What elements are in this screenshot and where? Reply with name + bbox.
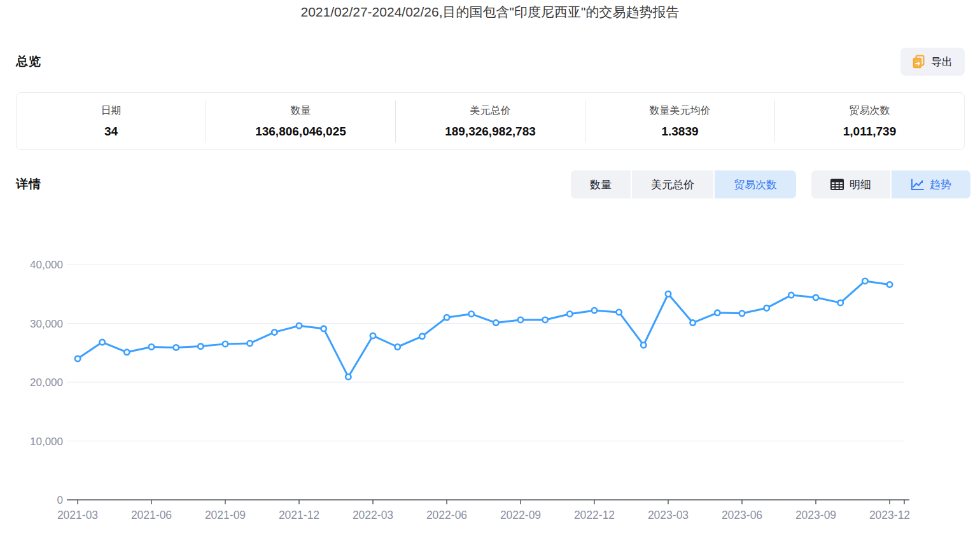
- overview-stats-card: 日期 34 数量 136,806,046,025 美元总价 189,326,98…: [16, 92, 965, 150]
- stat-label: 美元总价: [470, 104, 511, 118]
- svg-text:2021-09: 2021-09: [205, 509, 246, 521]
- svg-text:2022-09: 2022-09: [500, 509, 541, 521]
- svg-text:30,000: 30,000: [30, 318, 63, 330]
- stat-item-trade-count: 贸易次数 1,011,739: [774, 100, 964, 142]
- stat-value: 136,806,046,025: [255, 125, 346, 139]
- tab-detail-view[interactable]: 明细: [811, 170, 890, 198]
- tab-quantity[interactable]: 数量: [571, 170, 631, 198]
- tab-label: 明细: [850, 177, 871, 192]
- tab-label: 贸易次数: [734, 177, 777, 192]
- svg-text:2023-09: 2023-09: [795, 509, 836, 521]
- details-controls: 数量 美元总价 贸易次数: [571, 170, 970, 198]
- metric-tab-group: 数量 美元总价 贸易次数: [571, 170, 796, 198]
- svg-text:2021-03: 2021-03: [57, 509, 98, 521]
- stat-value: 189,326,982,783: [445, 125, 536, 139]
- details-header: 详情 数量 美元总价 贸易次数: [16, 170, 965, 198]
- table-icon: [830, 179, 844, 190]
- tab-label: 数量: [590, 177, 612, 192]
- export-button[interactable]: 导出: [900, 48, 965, 76]
- view-tab-group: 明细 趋势: [811, 170, 970, 198]
- stat-item-date: 日期 34: [17, 100, 206, 142]
- trend-chart-svg: 010,00020,00030,00040,0002021-032021-062…: [0, 0, 980, 538]
- svg-text:40,000: 40,000: [30, 259, 63, 271]
- stat-item-avg-price: 数量美元均价 1.3839: [585, 100, 774, 142]
- stat-item-quantity: 数量 136,806,046,025: [206, 100, 395, 142]
- tab-label: 趋势: [930, 177, 951, 192]
- tab-trade-count[interactable]: 贸易次数: [715, 170, 796, 198]
- stat-label: 贸易次数: [850, 104, 890, 118]
- svg-text:2022-03: 2022-03: [353, 509, 393, 521]
- page-title: 2021/02/27-2024/02/26,目的国包含"印度尼西亚"的交易趋势报…: [0, 3, 980, 21]
- export-document-icon: [913, 55, 925, 69]
- svg-text:10,000: 10,000: [30, 436, 63, 448]
- svg-text:2021-12: 2021-12: [279, 509, 319, 521]
- stat-value: 1.3839: [661, 125, 698, 139]
- stat-item-usd-total: 美元总价 189,326,982,783: [395, 100, 585, 142]
- details-heading: 详情: [16, 176, 41, 193]
- trend-chart-icon: [911, 179, 924, 191]
- tab-trend-view[interactable]: 趋势: [892, 170, 970, 198]
- svg-text:20,000: 20,000: [30, 376, 63, 389]
- stat-label: 日期: [101, 104, 122, 118]
- svg-text:2023-06: 2023-06: [722, 509, 762, 521]
- tab-label: 美元总价: [651, 177, 694, 192]
- tab-usd-total[interactable]: 美元总价: [632, 170, 713, 198]
- svg-text:0: 0: [57, 494, 63, 506]
- svg-text:2022-06: 2022-06: [426, 509, 467, 521]
- stat-value: 34: [104, 125, 118, 139]
- svg-text:2021-06: 2021-06: [131, 509, 172, 521]
- trend-line-chart[interactable]: 010,00020,00030,00040,0002021-032021-062…: [0, 0, 980, 538]
- stat-label: 数量美元均价: [650, 104, 711, 118]
- stat-value: 1,011,739: [843, 125, 896, 139]
- overview-header: 总览 导出: [16, 48, 965, 76]
- stat-label: 数量: [291, 104, 311, 118]
- export-button-label: 导出: [931, 55, 953, 69]
- overview-heading: 总览: [16, 53, 41, 70]
- svg-text:2023-12: 2023-12: [869, 509, 910, 521]
- svg-text:2022-12: 2022-12: [574, 509, 615, 521]
- svg-text:2023-03: 2023-03: [648, 509, 689, 521]
